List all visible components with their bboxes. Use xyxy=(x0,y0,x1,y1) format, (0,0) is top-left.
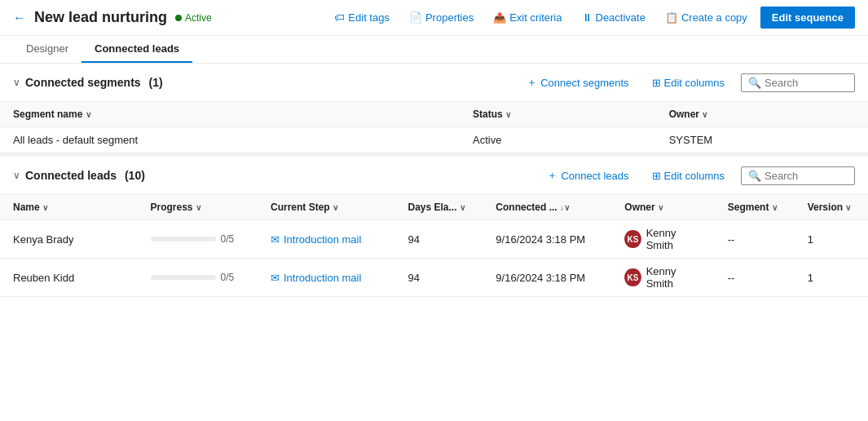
lead-current-step-cell: ✉ Introduction mail xyxy=(258,220,395,259)
exit-criteria-button[interactable]: 📤 Exit criteria xyxy=(487,8,568,27)
col-status[interactable]: Status ∨ xyxy=(460,102,656,127)
plus-icon: ＋ xyxy=(527,75,537,90)
avatar: KS xyxy=(624,268,641,286)
table-row: Reuben Kidd 0/5 ✉ Introduction mail xyxy=(0,259,868,297)
page-title: New lead nurturing xyxy=(34,9,167,26)
create-copy-icon: 📋 xyxy=(665,11,678,24)
deactivate-button[interactable]: ⏸ Deactivate xyxy=(575,8,652,27)
edit-tags-button[interactable]: 🏷 Edit tags xyxy=(328,8,396,27)
segment-status-cell: Active xyxy=(460,127,656,153)
lead-owner-cell: KS Kenny Smith xyxy=(611,259,714,297)
leads-search-input[interactable] xyxy=(764,170,848,182)
deactivate-icon: ⏸ xyxy=(582,11,593,24)
lead-segment-cell: -- xyxy=(715,259,795,297)
lead-connected-date-cell: 9/16/2024 3:18 PM xyxy=(482,259,611,297)
leads-section-title: Connected leads (10) xyxy=(25,169,145,182)
progress-label: 0/5 xyxy=(221,272,235,283)
envelope-icon: ✉ xyxy=(271,233,280,246)
owner-cell-wrap: KS Kenny Smith xyxy=(624,227,701,251)
tabs: Designer Connected leads xyxy=(0,36,868,64)
columns-icon: ⊞ xyxy=(652,170,661,182)
col-segment[interactable]: Segment ∨ xyxy=(715,195,795,220)
sort-icon: ∨ xyxy=(772,203,778,212)
properties-button[interactable]: 📄 Properties xyxy=(403,8,480,27)
progress-bar-wrap: 0/5 xyxy=(151,272,245,283)
sort-icon: ∨ xyxy=(845,203,851,212)
tab-designer[interactable]: Designer xyxy=(13,36,82,63)
lead-name-cell: Reuben Kidd xyxy=(0,259,138,297)
col-owner[interactable]: Owner ∨ xyxy=(656,102,868,127)
properties-icon: 📄 xyxy=(409,11,422,24)
current-step-wrapper: ✉ Introduction mail xyxy=(271,272,382,284)
envelope-icon: ✉ xyxy=(271,272,280,284)
col-connected[interactable]: Connected ... ↓∨ xyxy=(482,195,611,220)
avatar: KS xyxy=(624,230,641,248)
col-days-elapsed[interactable]: Days Ela... ∨ xyxy=(394,195,482,220)
lead-days-elapsed-cell: 94 xyxy=(394,259,482,297)
connect-segments-button[interactable]: ＋ Connect segments xyxy=(520,72,635,93)
col-segment-name[interactable]: Segment name ∨ xyxy=(0,102,460,127)
segments-edit-columns-button[interactable]: ⊞ Edit columns xyxy=(645,73,731,92)
edit-sequence-button[interactable]: Edit sequence xyxy=(760,7,855,29)
segments-actions: ＋ Connect segments ⊞ Edit columns 🔍 xyxy=(520,72,855,93)
leads-actions: ＋ Connect leads ⊞ Edit columns 🔍 xyxy=(540,165,855,186)
lead-connected-date-cell: 9/16/2024 3:18 PM xyxy=(482,220,611,259)
leads-search-icon: 🔍 xyxy=(748,170,761,182)
table-row: All leads - default segment Active SYSTE… xyxy=(0,127,868,153)
segments-search-input[interactable] xyxy=(764,77,848,89)
segment-owner-cell: SYSTEM xyxy=(656,127,868,153)
segments-search-box[interactable]: 🔍 xyxy=(741,73,855,92)
sort-icon: ∨ xyxy=(505,110,511,119)
lead-owner-cell: KS Kenny Smith xyxy=(611,220,714,259)
sort-icon: ∨ xyxy=(86,110,91,119)
leads-search-box[interactable]: 🔍 xyxy=(741,166,855,185)
progress-bar-wrap: 0/5 xyxy=(151,233,245,245)
leads-collapse-button[interactable]: ∨ xyxy=(13,170,20,181)
plus-icon: ＋ xyxy=(547,168,557,183)
leads-section: ∨ Connected leads (10) ＋ Connect leads ⊞… xyxy=(0,157,868,297)
owner-cell-wrap: KS Kenny Smith xyxy=(624,265,701,290)
lead-version-cell: 1 xyxy=(795,220,868,259)
lead-days-elapsed-cell: 94 xyxy=(394,220,482,259)
sort-icon: ∨ xyxy=(196,203,201,212)
col-lead-name[interactable]: Name ∨ xyxy=(0,195,138,220)
col-version[interactable]: Version ∨ xyxy=(795,195,868,220)
connect-leads-button[interactable]: ＋ Connect leads xyxy=(540,165,635,186)
progress-bar-bg xyxy=(151,237,216,242)
progress-bar-bg xyxy=(151,275,216,280)
leads-edit-columns-button[interactable]: ⊞ Edit columns xyxy=(645,166,731,185)
create-copy-button[interactable]: 📋 Create a copy xyxy=(659,8,754,27)
sort-icon: ∨ xyxy=(460,203,465,212)
segments-table-container: Segment name ∨ Status ∨ Owner ∨ All lead xyxy=(0,102,868,153)
lead-progress-cell: 0/5 xyxy=(138,220,258,259)
current-step-wrapper: ✉ Introduction mail xyxy=(271,233,382,246)
edit-tags-icon: 🏷 xyxy=(334,11,345,24)
lead-segment-cell: -- xyxy=(715,220,795,259)
segments-search-icon: 🔍 xyxy=(748,77,761,89)
status-label: Active xyxy=(185,12,212,24)
col-current-step[interactable]: Current Step ∨ xyxy=(258,195,395,220)
sort-icon: ∨ xyxy=(333,203,338,212)
status-dot-icon xyxy=(175,15,182,21)
exit-criteria-icon: 📤 xyxy=(493,11,506,24)
col-progress[interactable]: Progress ∨ xyxy=(138,195,258,220)
columns-icon: ⊞ xyxy=(652,77,661,89)
col-owner[interactable]: Owner ∨ xyxy=(611,195,714,220)
back-button[interactable]: ← xyxy=(13,11,26,25)
segments-collapse-button[interactable]: ∨ xyxy=(13,77,20,88)
segments-section-title: Connected segments (1) xyxy=(25,76,163,89)
sort-icon: ∨ xyxy=(42,203,48,212)
lead-version-cell: 1 xyxy=(795,259,868,297)
segment-name-cell: All leads - default segment xyxy=(0,127,460,153)
segments-section: ∨ Connected segments (1) ＋ Connect segme… xyxy=(0,64,868,153)
leads-table-container: Name ∨ Progress ∨ Current Step ∨ Days El… xyxy=(0,195,868,297)
status-badge: Active xyxy=(175,12,212,24)
segments-section-header: ∨ Connected segments (1) ＋ Connect segme… xyxy=(0,64,868,102)
lead-current-step-cell: ✉ Introduction mail xyxy=(258,259,395,297)
top-bar: ← New lead nurturing Active 🏷 Edit tags … xyxy=(0,0,868,36)
tab-connected-leads[interactable]: Connected leads xyxy=(82,36,192,63)
leads-table: Name ∨ Progress ∨ Current Step ∨ Days El… xyxy=(0,195,868,297)
leads-section-header: ∨ Connected leads (10) ＋ Connect leads ⊞… xyxy=(0,157,868,195)
segments-table: Segment name ∨ Status ∨ Owner ∨ All lead xyxy=(0,102,868,153)
table-row: Kenya Brady 0/5 ✉ Introduction mail xyxy=(0,220,868,259)
